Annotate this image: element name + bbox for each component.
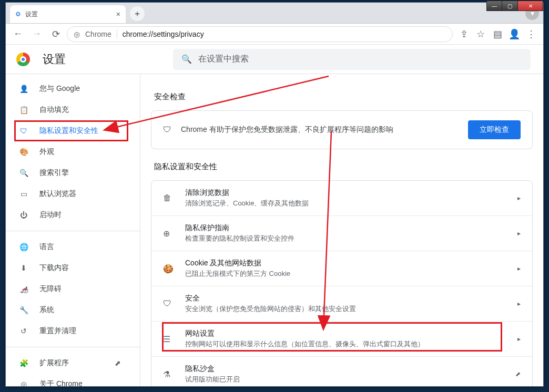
- reading-list-icon[interactable]: ▤: [490, 26, 505, 42]
- sidebar-item-label: 系统: [39, 305, 54, 315]
- back-button[interactable]: ←: [10, 26, 26, 42]
- extension-icon: 🧩: [18, 359, 29, 367]
- sidebar-item-wrench[interactable]: 🔧系统: [6, 300, 134, 321]
- row-title: 清除浏览数据: [185, 188, 507, 198]
- sidebar-item-label: 扩展程序: [39, 358, 69, 368]
- sidebar-item-palette[interactable]: 🎨外观: [6, 141, 134, 162]
- privacy-row-tune[interactable]: ☰ 网站设置控制网站可以使用和显示什么信息（如位置信息、摄像头、弹出式窗口及其他…: [151, 321, 532, 356]
- settings-body: 👤您与 Google📋自动填充🛡隐私设置和安全性🎨外观🔍搜索引擎▭默认浏览器⏻启…: [6, 74, 543, 386]
- app-window: ⚙ 设置 × ＋ ▾ — ▢ ✕ ← → ⟳ ◎ Chrome chrome:/…: [5, 2, 544, 387]
- share-icon[interactable]: ⇪: [456, 26, 472, 42]
- section-safety-title: 安全检查: [154, 92, 530, 102]
- maximize-button[interactable]: ▢: [502, 1, 518, 11]
- row-title: 隐私沙盒: [185, 364, 505, 374]
- settings-page: 设置 🔍 在设置中搜索 👤您与 Google📋自动填充🛡隐私设置和安全性🎨外观🔍…: [6, 45, 543, 386]
- palette-icon: 🎨: [18, 148, 29, 156]
- cookie-icon: 🍪: [163, 264, 175, 274]
- sidebar-item-accessibility[interactable]: 🦽无障碍: [6, 278, 134, 300]
- url-prefix: Chrome: [85, 30, 111, 38]
- privacy-row-cookie[interactable]: 🍪 Cookie 及其他网站数据已阻止无痕模式下的第三方 Cookie ▸: [151, 251, 532, 286]
- reload-button[interactable]: ⟳: [48, 26, 64, 42]
- browser-tab[interactable]: ⚙ 设置 ×: [10, 5, 126, 23]
- settings-header: 设置 🔍 在设置中搜索: [6, 45, 543, 74]
- globe-icon: 🌐: [18, 243, 29, 251]
- chrome-logo: [16, 53, 30, 66]
- sidebar-item-label: 关于 Chrome: [39, 379, 83, 386]
- gear-icon: ⚙: [15, 11, 21, 18]
- sidebar-item-label: 默认浏览器: [39, 189, 76, 199]
- sidebar-item-browser[interactable]: ▭默认浏览器: [6, 183, 134, 204]
- minimize-button[interactable]: —: [486, 1, 502, 11]
- sidebar-item-clipboard[interactable]: 📋自动填充: [6, 99, 134, 120]
- sidebar-item-reset[interactable]: ↺重置并清理: [6, 321, 134, 342]
- row-title: Cookie 及其他网站数据: [185, 259, 507, 268]
- sidebar-item-label: 您与 Google: [39, 84, 80, 94]
- separator: [117, 29, 117, 39]
- new-tab-button[interactable]: ＋: [130, 6, 145, 21]
- sidebar-item-label: 隐私设置和安全性: [39, 126, 98, 136]
- settings-title: 设置: [43, 51, 66, 67]
- chrome-icon: ◎: [74, 30, 80, 38]
- sidebar-item-extension[interactable]: 🧩扩展程序⬈: [6, 353, 134, 374]
- safety-check-card: 🛡 Chrome 有助于保护您免受数据泄露、不良扩展程序等问题的影响 立即检查: [151, 110, 533, 149]
- sidebar-item-shield[interactable]: 🛡隐私设置和安全性: [6, 120, 134, 141]
- settings-sidebar: 👤您与 Google📋自动填充🛡隐私设置和安全性🎨外观🔍搜索引擎▭默认浏览器⏻启…: [6, 74, 140, 386]
- row-subtitle: 检查重要的隐私控制设置和安全控件: [185, 234, 507, 243]
- external-icon: ⬈: [515, 370, 521, 378]
- privacy-card: 🗑 清除浏览数据清除浏览记录、Cookie、缓存及其他数据 ▸⊕ 隐私保护指南检…: [151, 180, 533, 386]
- chevron-right-icon: ▸: [517, 335, 521, 343]
- shield-icon: 🛡: [18, 127, 29, 135]
- sidebar-item-label: 语言: [39, 242, 54, 252]
- chevron-right-icon: ▸: [517, 300, 521, 307]
- sidebar-item-label: 重置并清理: [39, 326, 76, 336]
- privacy-row-shield[interactable]: 🛡 安全安全浏览（保护您免受危险网站的侵害）和其他安全设置 ▸: [151, 286, 532, 321]
- download-icon: ⬇: [18, 264, 29, 272]
- power-icon: ⏻: [18, 211, 29, 219]
- window-close-button[interactable]: ✕: [518, 1, 543, 11]
- sidebar-item-search[interactable]: 🔍搜索引擎: [6, 162, 134, 183]
- clipboard-icon: 📋: [18, 106, 29, 114]
- browser-icon: ▭: [18, 190, 29, 198]
- settings-search[interactable]: 🔍 在设置中搜索: [173, 49, 531, 70]
- trash-icon: 🗑: [163, 193, 175, 203]
- sidebar-item-label: 搜索引擎: [39, 168, 69, 178]
- sidebar-item-chrome[interactable]: ◎关于 Chrome: [6, 374, 134, 386]
- forward-button: →: [29, 26, 45, 42]
- kebab-menu-icon[interactable]: ⋮: [523, 26, 539, 42]
- settings-content[interactable]: 安全检查 🛡 Chrome 有助于保护您免受数据泄露、不良扩展程序等问题的影响 …: [140, 74, 543, 386]
- row-subtitle: 控制网站可以使用和显示什么信息（如位置信息、摄像头、弹出式窗口及其他）: [185, 339, 507, 349]
- url-text: chrome://settings/privacy: [123, 30, 204, 38]
- privacy-row-target[interactable]: ⊕ 隐私保护指南检查重要的隐私控制设置和安全控件 ▸: [151, 215, 532, 251]
- tab-strip: ⚙ 设置 × ＋ ▾ — ▢ ✕: [6, 3, 543, 24]
- sidebar-item-label: 自动填充: [39, 105, 69, 115]
- sidebar-item-download[interactable]: ⬇下载内容: [6, 257, 134, 278]
- chevron-right-icon: ▸: [517, 194, 521, 202]
- close-tab-icon[interactable]: ×: [116, 10, 120, 18]
- accessibility-icon: 🦽: [18, 285, 29, 293]
- shield-icon: 🛡: [163, 299, 175, 308]
- address-bar[interactable]: ◎ Chrome chrome://settings/privacy: [67, 26, 453, 42]
- section-privacy-title: 隐私设置和安全性: [154, 162, 530, 172]
- bookmark-icon[interactable]: ☆: [473, 26, 489, 42]
- tab-title: 设置: [25, 10, 38, 19]
- row-title: 网站设置: [185, 329, 507, 338]
- wrench-icon: 🔧: [18, 306, 29, 314]
- safety-desc: Chrome 有助于保护您免受数据泄露、不良扩展程序等问题的影响: [181, 125, 459, 135]
- privacy-row-trash[interactable]: 🗑 清除浏览数据清除浏览记录、Cookie、缓存及其他数据 ▸: [151, 181, 532, 215]
- sidebar-item-person[interactable]: 👤您与 Google: [6, 78, 134, 99]
- tune-icon: ☰: [163, 334, 175, 344]
- sidebar-item-globe[interactable]: 🌐语言: [6, 236, 134, 257]
- flask-icon: ⚗: [163, 369, 175, 379]
- sidebar-item-label: 外观: [39, 147, 54, 157]
- privacy-row-flask[interactable]: ⚗ 隐私沙盒试用版功能已开启 ⬈: [151, 356, 532, 386]
- sidebar-item-power[interactable]: ⏻启动时: [6, 204, 134, 225]
- row-subtitle: 安全浏览（保护您免受危险网站的侵害）和其他安全设置: [185, 304, 507, 314]
- sidebar-item-label: 下载内容: [39, 263, 69, 273]
- person-icon: 👤: [18, 85, 29, 93]
- row-title: 隐私保护指南: [185, 223, 507, 233]
- run-safety-check-button[interactable]: 立即检查: [468, 120, 521, 139]
- shield-icon: 🛡: [163, 125, 171, 135]
- profile-icon[interactable]: 👤: [506, 26, 522, 42]
- search-placeholder: 在设置中搜索: [198, 54, 249, 65]
- chrome-icon: ◎: [18, 380, 29, 386]
